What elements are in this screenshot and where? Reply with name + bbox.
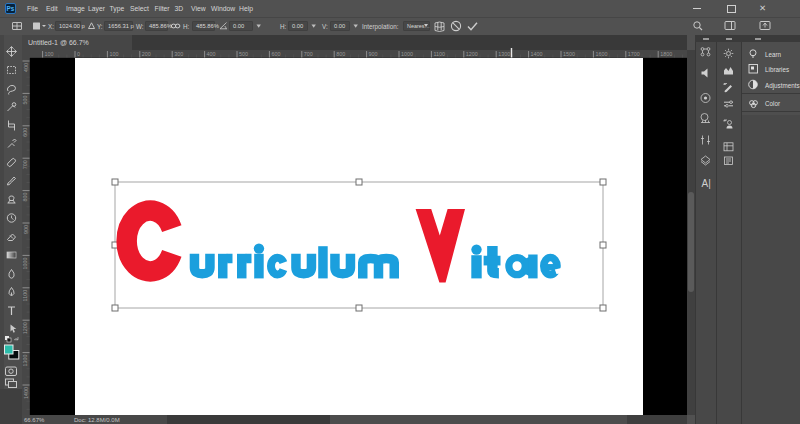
svg-text:700: 700	[23, 160, 29, 169]
svg-text:0: 0	[77, 51, 80, 57]
svg-text:700: 700	[304, 51, 313, 57]
svg-text:1100: 1100	[433, 51, 445, 57]
svg-text:300: 300	[174, 51, 183, 57]
svg-text:100: 100	[109, 51, 118, 57]
svg-text:500: 500	[23, 95, 29, 104]
svg-text:200: 200	[142, 51, 151, 57]
svg-text:900: 900	[369, 51, 378, 57]
svg-text:800: 800	[23, 193, 29, 202]
svg-text:600: 600	[23, 128, 29, 137]
svg-text:1100: 1100	[23, 290, 29, 302]
svg-text:100: 100	[45, 51, 54, 57]
svg-text:400: 400	[207, 51, 216, 57]
svg-text:400: 400	[23, 63, 29, 72]
svg-text:900: 900	[23, 225, 29, 234]
svg-text:600: 600	[271, 51, 280, 57]
svg-text:500: 500	[239, 51, 248, 57]
svg-text:800: 800	[336, 51, 345, 57]
svg-text:A|: A|	[702, 178, 711, 189]
